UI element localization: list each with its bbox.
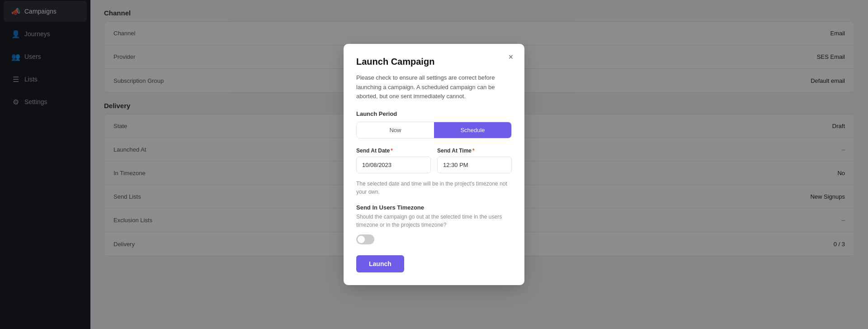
modal-close-button[interactable]: ×: [505, 51, 517, 64]
send-at-time-label: Send At Time*: [437, 148, 512, 154]
modal-title: Launch Campaign: [356, 57, 512, 67]
users-timezone-toggle[interactable]: [356, 234, 374, 244]
launch-button[interactable]: Launch: [356, 255, 404, 272]
send-at-date-label: Send At Date*: [356, 148, 431, 154]
date-time-row: Send At Date* Send At Time*: [356, 148, 512, 173]
launch-campaign-modal: Launch Campaign × Please check to ensure…: [344, 44, 524, 285]
users-timezone-slider: [356, 234, 374, 244]
send-at-date-input[interactable]: [356, 157, 431, 173]
modal-footer: Launch: [356, 255, 512, 272]
users-timezone-description: Should the campaign go out at the select…: [356, 213, 512, 229]
now-button[interactable]: Now: [357, 122, 434, 138]
send-at-time-group: Send At Time*: [437, 148, 512, 173]
date-required-marker: *: [391, 148, 393, 154]
send-at-time-input[interactable]: [437, 157, 512, 173]
users-timezone-label: Send In Users Timezone: [356, 204, 512, 211]
modal-overlay[interactable]: Launch Campaign × Please check to ensure…: [0, 0, 868, 329]
launch-period-label: Launch Period: [356, 110, 512, 117]
time-required-marker: *: [472, 148, 475, 154]
modal-description: Please check to ensure all settings are …: [356, 73, 512, 101]
timezone-note: The selected date and time will be in th…: [356, 180, 512, 196]
launch-period-toggle: Now Schedule: [356, 122, 512, 138]
send-at-date-group: Send At Date*: [356, 148, 431, 173]
schedule-button[interactable]: Schedule: [434, 122, 511, 138]
